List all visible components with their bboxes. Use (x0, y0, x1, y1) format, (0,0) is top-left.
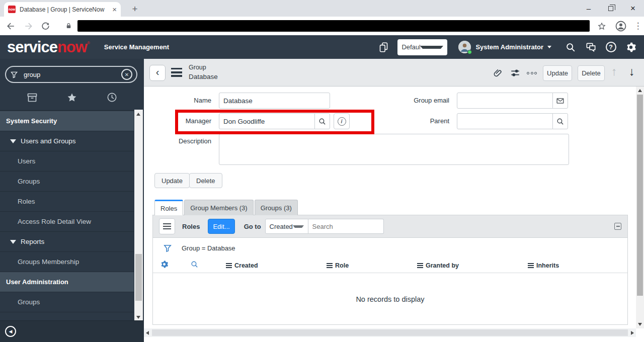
column-header-granted-by[interactable]: Granted by (410, 262, 520, 269)
sidebar-item-groups[interactable]: Groups (0, 292, 134, 312)
form-update-button[interactable]: Update (154, 173, 190, 188)
user-name[interactable]: System Administrator (475, 43, 543, 51)
personalize-sliders-icon[interactable] (509, 67, 521, 79)
column-header-inherits[interactable]: Inherits (520, 262, 627, 269)
scroll-up-arrow[interactable] (136, 113, 140, 116)
back-button[interactable]: ‹ (149, 65, 166, 81)
tab-roles[interactable]: Roles (154, 200, 183, 215)
header-update-button[interactable]: Update (543, 65, 572, 81)
column-context-icon[interactable] (226, 263, 232, 268)
sidebar-collapse-icon[interactable]: ◀ (5, 326, 16, 337)
filter-condition-text[interactable]: Group = Database (182, 244, 235, 252)
attachment-paperclip-icon[interactable] (492, 67, 504, 79)
parent-field[interactable] (457, 113, 553, 129)
email-button[interactable] (552, 93, 568, 109)
forward-icon[interactable] (22, 20, 34, 32)
group-email-field[interactable] (457, 93, 553, 109)
servicenow-logo[interactable]: servicenow® (7, 39, 90, 56)
previous-record-icon[interactable]: ↑ (611, 65, 617, 78)
settings-gear-icon[interactable] (625, 41, 637, 53)
navigator-filter[interactable]: ✕ (5, 66, 137, 83)
filter-clear-icon[interactable]: ✕ (121, 69, 132, 80)
collapse-list-icon[interactable] (614, 223, 621, 230)
app-navigator-sidebar: ✕ System SecurityUsers and GroupsUsersGr… (0, 59, 144, 342)
sidebar-item-groups[interactable]: Groups (0, 172, 134, 192)
manager-lookup-button[interactable] (314, 113, 330, 129)
list-search-icon[interactable] (190, 260, 199, 271)
sidebar-item-label: Users (18, 157, 35, 165)
content-vertical-scrollbar[interactable] (636, 87, 644, 328)
scroll-down-arrow[interactable] (638, 323, 642, 326)
list-context-menu-button[interactable] (159, 218, 175, 234)
parent-lookup-button[interactable] (552, 113, 568, 129)
chat-icon[interactable] (585, 41, 597, 53)
sidebar-item-user-administration[interactable]: User Administration (0, 272, 134, 292)
column-header-role[interactable]: Role (319, 262, 410, 269)
back-icon[interactable] (5, 20, 17, 32)
goto-select[interactable]: Created (265, 219, 308, 234)
help-icon[interactable]: ? (605, 41, 617, 53)
column-context-icon[interactable] (327, 263, 333, 268)
edit-button[interactable]: Edit... (208, 219, 234, 234)
horizontal-scroll-thumb[interactable] (152, 329, 628, 336)
sidebar-scrollbar[interactable] (134, 110, 143, 322)
next-record-icon[interactable]: ↓ (629, 65, 635, 78)
update-set-pages-icon[interactable] (377, 41, 389, 53)
sidebar-item-access-role-detail-view[interactable]: Access Role Detail View (0, 212, 134, 232)
sidebar-item-users-and-groups[interactable]: Users and Groups (0, 131, 134, 151)
tab-group-members-3[interactable]: Group Members (3) (184, 200, 253, 215)
update-set-picker[interactable]: Default [Glo (397, 39, 447, 55)
sidebar-item-system-security[interactable]: System Security (0, 111, 134, 131)
column-header-created[interactable]: Created (218, 262, 319, 269)
new-tab-button[interactable]: + (129, 3, 141, 15)
sidebar-item-roles[interactable]: Roles (0, 192, 134, 212)
name-field[interactable] (219, 93, 330, 109)
record-title: Group Database (189, 63, 218, 81)
more-actions-icon[interactable] (526, 67, 538, 79)
caret-down-icon (293, 225, 304, 228)
bookmark-star-icon[interactable] (596, 20, 608, 32)
global-search-icon[interactable] (565, 41, 577, 53)
tab-close-icon[interactable]: × (112, 6, 117, 13)
scroll-right-arrow[interactable] (631, 331, 634, 335)
tab-groups-3[interactable]: Groups (3) (255, 200, 298, 215)
url-redacted-bar[interactable] (77, 20, 590, 32)
reload-icon[interactable] (39, 20, 51, 32)
manager-preview-button[interactable]: i (334, 113, 350, 129)
description-field[interactable] (219, 134, 569, 165)
sidebar-scroll-thumb[interactable] (135, 254, 142, 301)
chrome-menu-icon[interactable]: ⋮ (632, 20, 644, 32)
vertical-scroll-thumb[interactable] (637, 95, 643, 296)
header-delete-button[interactable]: Delete (578, 65, 605, 81)
all-applications-icon[interactable] (26, 92, 38, 106)
sidebar-item-groups-membership[interactable]: Groups Membership (0, 252, 134, 272)
navigator-filter-input[interactable] (23, 70, 121, 79)
column-context-icon[interactable] (528, 263, 534, 268)
scroll-left-arrow[interactable] (146, 331, 149, 335)
user-avatar[interactable] (458, 41, 471, 53)
list-columns: CreatedRoleGranted byInherits (218, 262, 627, 269)
form-context-menu-icon[interactable] (171, 68, 182, 77)
column-context-icon[interactable] (417, 263, 423, 268)
scroll-down-arrow[interactable] (136, 316, 140, 319)
list-personalize-gear-icon[interactable] (160, 260, 169, 271)
content-horizontal-scrollbar[interactable] (144, 328, 636, 337)
favorites-star-icon[interactable] (66, 92, 78, 106)
history-clock-icon[interactable] (106, 92, 118, 105)
sidebar-item-users[interactable]: Users (0, 151, 134, 172)
user-menu-caret-icon[interactable] (547, 46, 551, 48)
restore-button[interactable] (600, 4, 622, 13)
manager-field[interactable] (219, 113, 315, 129)
lock-icon[interactable] (62, 20, 74, 32)
section-expand-icon[interactable] (10, 139, 16, 143)
browser-tab[interactable]: now Database | Group | ServiceNow × (4, 2, 121, 17)
sidebar-item-reports[interactable]: Reports (0, 232, 134, 252)
form-delete-button[interactable]: Delete (189, 173, 222, 188)
close-button[interactable]: × (622, 4, 644, 14)
profile-icon[interactable] (615, 20, 627, 32)
list-search-input[interactable] (308, 219, 384, 234)
filter-funnel-icon[interactable] (163, 243, 173, 253)
section-expand-icon[interactable] (10, 240, 16, 244)
scroll-up-arrow[interactable] (638, 89, 642, 92)
minimize-button[interactable]: – (578, 4, 600, 13)
